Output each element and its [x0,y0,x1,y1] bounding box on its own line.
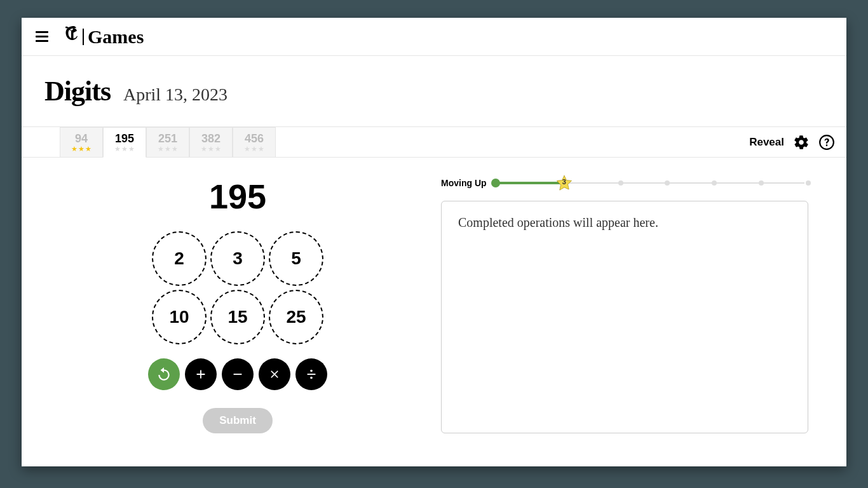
operations-panel: Completed operations will appear here. [441,201,808,433]
svg-point-3 [310,377,313,379]
tab-number: 251 [158,133,177,144]
tab-stars: ★★★ [201,146,222,152]
help-button[interactable] [818,134,835,151]
progress-label: Moving Up [441,178,487,188]
game-date: April 13, 2023 [123,85,227,105]
brand-logo[interactable]: Games [64,25,144,48]
top-bar: Games [22,18,846,56]
divide-button[interactable] [295,358,327,390]
progress-bar: Moving Up 3 [441,177,808,189]
number-grid: 235101525 [152,231,323,344]
number-tile-2[interactable]: 2 [152,231,207,286]
puzzle-tab-94[interactable]: 94★★★ [60,127,103,157]
tab-number: 456 [245,133,264,144]
progress-star-value: 3 [555,178,573,186]
game-title: Digits [44,75,111,107]
divide-icon [304,367,318,381]
tab-row: 94★★★195★★★251★★★382★★★456★★★ Reveal [22,127,846,158]
tab-stars: ★★★ [158,146,179,152]
number-tile-10[interactable]: 10 [152,290,207,344]
number-tile-5[interactable]: 5 [269,231,323,286]
menu-icon[interactable] [36,31,48,42]
title-bar: Digits April 13, 2023 [22,56,846,127]
add-button[interactable] [185,358,217,390]
nyt-t-icon [64,25,79,48]
progress-track: 3 [496,177,808,189]
svg-point-1 [310,370,313,372]
undo-button[interactable] [148,358,180,390]
times-icon [268,368,281,381]
number-tile-3[interactable]: 3 [210,231,265,286]
main-area: 195 235101525 Submit [22,158,846,433]
minus-icon [231,367,245,381]
undo-icon [156,366,172,383]
tab-stars: ★★★ [244,146,265,152]
plus-icon [194,367,208,381]
brand-divider [83,29,84,45]
settings-button[interactable] [793,134,810,151]
number-tile-25[interactable]: 25 [269,290,323,344]
puzzle-tab-456[interactable]: 456★★★ [233,127,276,157]
help-icon [818,134,835,151]
progress-dot [665,180,670,186]
tab-stars: ★★★ [71,146,92,152]
progress-star: 3 [555,174,573,192]
puzzle-tab-195[interactable]: 195★★★ [103,127,146,158]
progress-dot [618,180,623,186]
target-number: 195 [209,177,266,216]
svg-rect-2 [308,374,316,375]
reveal-button[interactable]: Reveal [749,136,784,149]
tab-stars: ★★★ [114,146,135,152]
brand-games-text: Games [88,26,144,48]
right-panel: Moving Up 3 Completed operations will ap… [441,177,808,433]
toolbar: Reveal [749,127,835,157]
progress-dot [712,180,717,186]
submit-button[interactable]: Submit [203,408,273,433]
multiply-button[interactable] [259,358,290,390]
tab-number: 94 [75,133,88,144]
operation-row [148,358,327,390]
progress-dot [759,180,764,186]
operations-placeholder: Completed operations will appear here. [458,215,658,229]
puzzle-tab-382[interactable]: 382★★★ [189,127,233,157]
puzzle-tabs: 94★★★195★★★251★★★382★★★456★★★ [60,127,276,157]
tab-number: 195 [115,133,134,144]
app-window: Games Digits April 13, 2023 94★★★195★★★2… [22,18,846,466]
progress-dot [806,180,811,186]
subtract-button[interactable] [222,358,254,390]
tab-number: 382 [201,133,220,144]
progress-dot [491,179,500,187]
number-tile-15[interactable]: 15 [210,290,265,344]
gear-icon [793,134,810,151]
game-board: 195 235101525 Submit [60,177,416,433]
puzzle-tab-251[interactable]: 251★★★ [146,127,189,157]
